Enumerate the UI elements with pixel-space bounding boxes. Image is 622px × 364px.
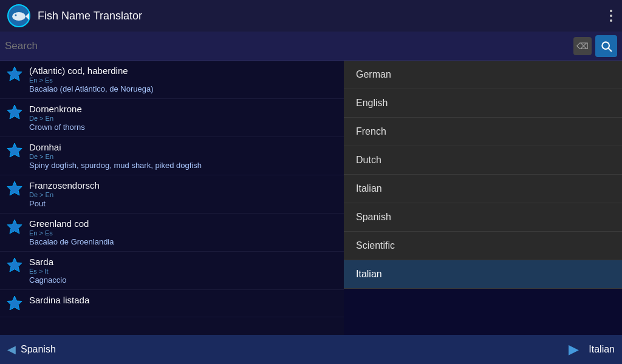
dropdown-item[interactable]: Dutch	[344, 146, 622, 175]
svg-point-2	[15, 15, 17, 16]
item-lang: En > Es	[29, 76, 154, 84]
svg-marker-8	[7, 143, 22, 157]
star-icon	[6, 257, 23, 274]
dropdown-item[interactable]: Italian	[344, 175, 622, 203]
main-content: (Atlantic) cod, haberdine En > Es Bacala…	[0, 61, 622, 335]
item-name: Sardina listada	[29, 295, 89, 305]
svg-marker-12	[7, 296, 22, 310]
language-bar: ◀ Spanish ▶ Italian	[0, 335, 622, 364]
star-icon	[6, 180, 23, 197]
list-item[interactable]: Dornenkrone De > En Crown of thorns	[0, 99, 344, 137]
item-translation: Bacalao (del Atlántico, de Noruega)	[29, 84, 154, 93]
dropdown-item[interactable]: English	[344, 89, 622, 118]
svg-marker-9	[7, 181, 22, 195]
menu-button[interactable]	[607, 7, 615, 24]
fish-list: (Atlantic) cod, haberdine En > Es Bacala…	[0, 61, 344, 335]
list-item[interactable]: Greenland cod En > Es Bacalao de Groenla…	[0, 214, 344, 252]
item-lang: En > Es	[29, 229, 114, 237]
star-icon	[6, 295, 23, 312]
app-title: Fish Name Translator	[38, 10, 600, 22]
dropdown-item[interactable]: German	[344, 61, 622, 89]
item-text: Dornenkrone De > En Crown of thorns	[29, 104, 85, 132]
lang-right-label: Italian	[589, 344, 615, 355]
star-icon	[6, 104, 23, 121]
item-name: Dornenkrone	[29, 104, 85, 114]
search-icon	[600, 40, 612, 52]
item-name: (Atlantic) cod, haberdine	[29, 66, 154, 76]
dropdown-item[interactable]: Italian	[344, 260, 622, 289]
item-lang: De > En	[29, 115, 85, 122]
item-lang: Es > It	[29, 268, 66, 275]
star-icon	[6, 66, 23, 83]
item-text: Dornhai De > En Spiny dogfish, spurdog, …	[29, 142, 202, 170]
item-name: Greenland cod	[29, 218, 114, 229]
search-input[interactable]	[5, 32, 570, 60]
svg-marker-10	[7, 220, 22, 234]
lang-right-arrow[interactable]: ▶	[569, 342, 579, 357]
item-name: Sarda	[29, 257, 66, 267]
lang-label[interactable]: Spanish	[21, 344, 564, 355]
star-icon	[6, 218, 23, 235]
dropdown-item[interactable]: Scientific	[344, 232, 622, 260]
app-logo	[7, 4, 30, 27]
svg-marker-11	[7, 258, 22, 272]
item-name: Franzosendorsch	[29, 180, 100, 190]
svg-marker-7	[7, 105, 22, 119]
item-translation: Crown of thorns	[29, 123, 85, 132]
clear-button[interactable]: ⌫	[573, 37, 592, 55]
language-dropdown: GermanEnglishFrenchDutchItalianSpanishSc…	[344, 61, 622, 289]
item-translation: Spiny dogfish, spurdog, mud shark, piked…	[29, 161, 202, 170]
item-translation: Cagnaccio	[29, 275, 66, 285]
item-text: Greenland cod En > Es Bacalao de Groenla…	[29, 218, 114, 246]
item-lang: De > En	[29, 191, 100, 198]
list-item[interactable]: Sarda Es > It Cagnaccio	[0, 252, 344, 290]
search-bar: ⌫	[0, 32, 622, 61]
top-bar: Fish Name Translator	[0, 0, 622, 32]
item-lang: De > En	[29, 153, 202, 160]
item-text: (Atlantic) cod, haberdine En > Es Bacala…	[29, 66, 154, 93]
list-item[interactable]: (Atlantic) cod, haberdine En > Es Bacala…	[0, 61, 344, 99]
list-item[interactable]: Dornhai De > En Spiny dogfish, spurdog, …	[0, 137, 344, 175]
dropdown-item[interactable]: French	[344, 118, 622, 146]
search-button[interactable]	[595, 35, 617, 57]
svg-point-1	[12, 12, 26, 21]
item-text: Sarda Es > It Cagnaccio	[29, 257, 66, 285]
lang-left-arrow[interactable]: ◀	[7, 343, 16, 356]
item-translation: Pout	[29, 199, 100, 208]
item-name: Dornhai	[29, 142, 202, 152]
svg-line-5	[609, 48, 612, 51]
list-item[interactable]: Sardina listada	[0, 290, 344, 317]
list-item[interactable]: Franzosendorsch De > En Pout	[0, 175, 344, 214]
item-text: Sardina listada	[29, 295, 89, 305]
item-translation: Bacalao de Groenlandia	[29, 237, 114, 246]
item-text: Franzosendorsch De > En Pout	[29, 180, 100, 208]
star-icon	[6, 142, 23, 159]
dropdown-item[interactable]: Spanish	[344, 203, 622, 232]
svg-marker-6	[7, 67, 22, 81]
